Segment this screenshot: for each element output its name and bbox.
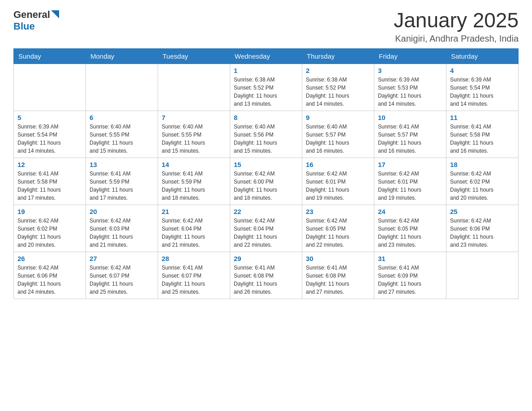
day-number: 4 — [450, 67, 515, 74]
calendar-cell: 17Sunrise: 6:42 AM Sunset: 6:01 PM Dayli… — [374, 158, 446, 205]
day-info: Sunrise: 6:39 AM Sunset: 5:54 PM Dayligh… — [450, 76, 515, 108]
day-info: Sunrise: 6:40 AM Sunset: 5:57 PM Dayligh… — [306, 123, 370, 155]
day-info: Sunrise: 6:41 AM Sunset: 6:08 PM Dayligh… — [234, 264, 298, 296]
day-info: Sunrise: 6:42 AM Sunset: 6:06 PM Dayligh… — [450, 217, 515, 249]
calendar-cell: 9Sunrise: 6:40 AM Sunset: 5:57 PM Daylig… — [302, 111, 374, 158]
calendar-header-wednesday: Wednesday — [230, 48, 302, 64]
day-info: Sunrise: 6:40 AM Sunset: 5:56 PM Dayligh… — [234, 123, 298, 155]
calendar-cell: 16Sunrise: 6:42 AM Sunset: 6:01 PM Dayli… — [302, 158, 374, 205]
day-number: 5 — [17, 114, 82, 121]
day-number: 26 — [17, 255, 82, 262]
day-info: Sunrise: 6:42 AM Sunset: 6:05 PM Dayligh… — [378, 217, 442, 249]
calendar-cell — [86, 64, 158, 111]
calendar-week-row: 12Sunrise: 6:41 AM Sunset: 5:58 PM Dayli… — [14, 158, 519, 205]
day-number: 28 — [162, 255, 226, 262]
calendar-week-row: 19Sunrise: 6:42 AM Sunset: 6:02 PM Dayli… — [14, 205, 519, 252]
day-number: 16 — [306, 161, 370, 168]
logo-general-text: General — [13, 9, 50, 21]
day-info: Sunrise: 6:42 AM Sunset: 6:06 PM Dayligh… — [17, 264, 82, 296]
calendar-cell: 22Sunrise: 6:42 AM Sunset: 6:04 PM Dayli… — [230, 205, 302, 252]
day-info: Sunrise: 6:38 AM Sunset: 5:52 PM Dayligh… — [234, 76, 298, 108]
calendar-header-saturday: Saturday — [446, 48, 519, 64]
location-title: Kanigiri, Andhra Pradesh, India — [394, 34, 519, 44]
calendar-cell: 25Sunrise: 6:42 AM Sunset: 6:06 PM Dayli… — [446, 205, 519, 252]
day-info: Sunrise: 6:42 AM Sunset: 6:01 PM Dayligh… — [378, 170, 442, 202]
calendar-cell: 21Sunrise: 6:42 AM Sunset: 6:04 PM Dayli… — [158, 205, 230, 252]
day-info: Sunrise: 6:39 AM Sunset: 5:54 PM Dayligh… — [17, 123, 82, 155]
day-info: Sunrise: 6:42 AM Sunset: 6:00 PM Dayligh… — [234, 170, 298, 202]
day-info: Sunrise: 6:41 AM Sunset: 6:09 PM Dayligh… — [378, 264, 442, 296]
calendar-header-sunday: Sunday — [14, 48, 86, 64]
day-number: 25 — [450, 208, 515, 215]
calendar-header-row: SundayMondayTuesdayWednesdayThursdayFrid… — [14, 48, 519, 64]
calendar-cell: 7Sunrise: 6:40 AM Sunset: 5:55 PM Daylig… — [158, 111, 230, 158]
day-number: 17 — [378, 161, 442, 168]
calendar-week-row: 1Sunrise: 6:38 AM Sunset: 5:52 PM Daylig… — [14, 64, 519, 111]
calendar-cell: 5Sunrise: 6:39 AM Sunset: 5:54 PM Daylig… — [14, 111, 86, 158]
logo-blue-text: Blue — [13, 21, 35, 32]
calendar-header-thursday: Thursday — [302, 48, 374, 64]
day-info: Sunrise: 6:41 AM Sunset: 5:58 PM Dayligh… — [17, 170, 82, 202]
day-info: Sunrise: 6:42 AM Sunset: 6:05 PM Dayligh… — [306, 217, 370, 249]
day-number: 29 — [234, 255, 298, 262]
calendar-cell — [446, 252, 519, 299]
calendar-cell: 31Sunrise: 6:41 AM Sunset: 6:09 PM Dayli… — [374, 252, 446, 299]
calendar-header-monday: Monday — [86, 48, 158, 64]
day-number: 7 — [162, 114, 226, 121]
day-number: 24 — [378, 208, 442, 215]
day-info: Sunrise: 6:41 AM Sunset: 6:08 PM Dayligh… — [306, 264, 370, 296]
day-number: 27 — [90, 255, 154, 262]
calendar-cell: 18Sunrise: 6:42 AM Sunset: 6:02 PM Dayli… — [446, 158, 519, 205]
day-number: 19 — [17, 208, 82, 215]
calendar-cell: 29Sunrise: 6:41 AM Sunset: 6:08 PM Dayli… — [230, 252, 302, 299]
day-info: Sunrise: 6:42 AM Sunset: 6:01 PM Dayligh… — [306, 170, 370, 202]
day-info: Sunrise: 6:42 AM Sunset: 6:04 PM Dayligh… — [234, 217, 298, 249]
day-info: Sunrise: 6:38 AM Sunset: 5:52 PM Dayligh… — [306, 76, 370, 108]
day-number: 3 — [378, 67, 442, 74]
day-number: 15 — [234, 161, 298, 168]
day-info: Sunrise: 6:40 AM Sunset: 5:55 PM Dayligh… — [90, 123, 154, 155]
day-number: 14 — [162, 161, 226, 168]
calendar-cell: 30Sunrise: 6:41 AM Sunset: 6:08 PM Dayli… — [302, 252, 374, 299]
day-number: 2 — [306, 67, 370, 74]
calendar-week-row: 26Sunrise: 6:42 AM Sunset: 6:06 PM Dayli… — [14, 252, 519, 299]
day-info: Sunrise: 6:42 AM Sunset: 6:02 PM Dayligh… — [17, 217, 82, 249]
logo: General Blue — [13, 9, 59, 32]
day-number: 23 — [306, 208, 370, 215]
day-info: Sunrise: 6:39 AM Sunset: 5:53 PM Dayligh… — [378, 76, 442, 108]
day-info: Sunrise: 6:40 AM Sunset: 5:55 PM Dayligh… — [162, 123, 226, 155]
month-title: January 2025 — [394, 9, 519, 32]
calendar-cell: 26Sunrise: 6:42 AM Sunset: 6:06 PM Dayli… — [14, 252, 86, 299]
day-number: 31 — [378, 255, 442, 262]
day-info: Sunrise: 6:42 AM Sunset: 6:03 PM Dayligh… — [90, 217, 154, 249]
day-info: Sunrise: 6:42 AM Sunset: 6:04 PM Dayligh… — [162, 217, 226, 249]
calendar-cell: 27Sunrise: 6:42 AM Sunset: 6:07 PM Dayli… — [86, 252, 158, 299]
logo-arrow-icon — [51, 10, 59, 18]
page-header: General Blue January 2025 Kanigiri, Andh… — [13, 9, 519, 44]
day-number: 8 — [234, 114, 298, 121]
calendar-cell: 6Sunrise: 6:40 AM Sunset: 5:55 PM Daylig… — [86, 111, 158, 158]
day-number: 21 — [162, 208, 226, 215]
calendar-cell: 14Sunrise: 6:41 AM Sunset: 5:59 PM Dayli… — [158, 158, 230, 205]
title-section: January 2025 Kanigiri, Andhra Pradesh, I… — [394, 9, 519, 44]
calendar-cell: 23Sunrise: 6:42 AM Sunset: 6:05 PM Dayli… — [302, 205, 374, 252]
day-info: Sunrise: 6:41 AM Sunset: 6:07 PM Dayligh… — [162, 264, 226, 296]
calendar-cell: 10Sunrise: 6:41 AM Sunset: 5:57 PM Dayli… — [374, 111, 446, 158]
day-number: 22 — [234, 208, 298, 215]
day-number: 10 — [378, 114, 442, 121]
day-info: Sunrise: 6:42 AM Sunset: 6:02 PM Dayligh… — [450, 170, 515, 202]
calendar-header-tuesday: Tuesday — [158, 48, 230, 64]
calendar-cell: 28Sunrise: 6:41 AM Sunset: 6:07 PM Dayli… — [158, 252, 230, 299]
day-info: Sunrise: 6:41 AM Sunset: 5:59 PM Dayligh… — [90, 170, 154, 202]
calendar-cell: 13Sunrise: 6:41 AM Sunset: 5:59 PM Dayli… — [86, 158, 158, 205]
day-info: Sunrise: 6:41 AM Sunset: 5:57 PM Dayligh… — [378, 123, 442, 155]
day-number: 13 — [90, 161, 154, 168]
calendar-cell: 1Sunrise: 6:38 AM Sunset: 5:52 PM Daylig… — [230, 64, 302, 111]
day-info: Sunrise: 6:41 AM Sunset: 5:58 PM Dayligh… — [450, 123, 515, 155]
day-number: 1 — [234, 67, 298, 74]
calendar-cell — [14, 64, 86, 111]
calendar-cell: 15Sunrise: 6:42 AM Sunset: 6:00 PM Dayli… — [230, 158, 302, 205]
calendar-cell: 8Sunrise: 6:40 AM Sunset: 5:56 PM Daylig… — [230, 111, 302, 158]
day-number: 12 — [17, 161, 82, 168]
day-number: 9 — [306, 114, 370, 121]
